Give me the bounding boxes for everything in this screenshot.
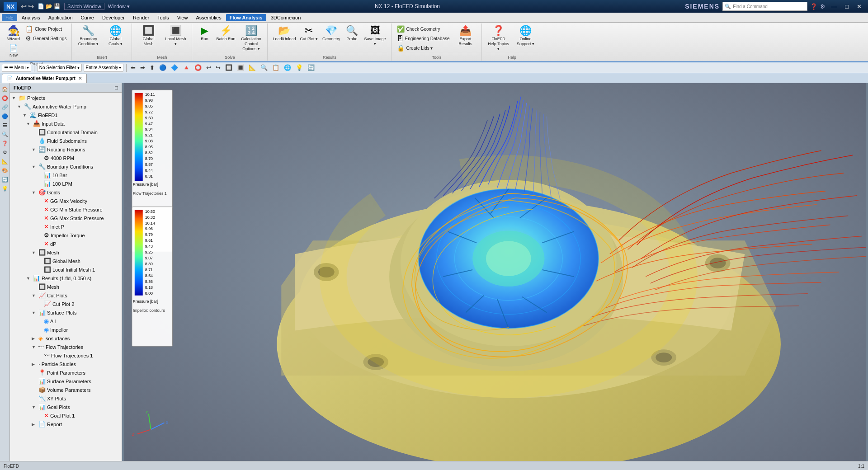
run-btn[interactable]: ▶ Run — [196, 24, 214, 43]
menu-application[interactable]: Application — [45, 14, 76, 21]
tree-isosurfaces[interactable]: ▶ ◈ Isosurfaces — [10, 334, 122, 343]
toggle-pump[interactable]: ▼ — [17, 104, 23, 109]
side-icon-bulb[interactable]: 💡 — [1, 184, 9, 193]
tb-icon-14[interactable]: 📋 — [271, 64, 281, 71]
new-btn[interactable]: 📄 New — [5, 43, 23, 59]
tree-impellor-torque[interactable]: ▶ ⚙ Impellor Torque — [10, 231, 122, 240]
probe-btn[interactable]: 🔍 Probe — [343, 24, 361, 43]
toggle-floefd[interactable]: ▼ — [23, 113, 28, 118]
tab-close-btn[interactable]: ✕ — [78, 76, 82, 81]
local-mesh-btn[interactable]: 🔳 Local Mesh ▾ — [163, 24, 189, 48]
tree-all[interactable]: ▶ ◉ All — [10, 317, 122, 325]
side-icon-ruler[interactable]: 📐 — [1, 157, 9, 165]
load-unload-btn[interactable]: 📂 Load/Unload — [271, 24, 297, 43]
tree-input-data[interactable]: ▼ 📥 Input Data — [10, 119, 122, 128]
find-command-input[interactable] — [733, 4, 805, 9]
tree-cut-plot-2[interactable]: ▶ 📈 Cut Plot 2 — [10, 300, 122, 308]
menu-view[interactable]: View — [174, 14, 192, 21]
tb-new[interactable]: 📄 — [38, 3, 44, 9]
tree-results[interactable]: ▼ 📊 Results (1.fld, 0.050 s) — [10, 274, 122, 282]
toggle-mesh[interactable]: ▼ — [32, 250, 37, 255]
toggle-projects[interactable]: ▼ — [12, 96, 17, 100]
settings-icon[interactable]: ⚙ — [820, 3, 826, 10]
tree-4000rpm[interactable]: ▶ ⚙ 4000 RPM — [10, 154, 122, 162]
menu-assemblies[interactable]: Assemblies — [192, 14, 225, 21]
boundary-condition-btn[interactable]: 🔧 Boundary Condition ▾ — [75, 24, 102, 48]
close-btn[interactable]: ✕ — [854, 2, 864, 11]
tree-rotating[interactable]: ▼ 🔄 Rotating Regions — [10, 145, 122, 154]
toggle-sp[interactable]: ▼ — [32, 310, 37, 315]
wizard-btn[interactable]: 🧙 Wizard — [5, 24, 23, 43]
menu-flow-analysis[interactable]: Flow Analysis — [226, 14, 266, 21]
tree-auto-pump[interactable]: ▼ 🔧 Automotive Water Pump — [10, 102, 122, 111]
side-icon-gear[interactable]: ⚙ — [1, 148, 9, 156]
side-icon-help[interactable]: ❓ — [1, 139, 9, 147]
side-icon-refresh[interactable]: 🔄 — [1, 175, 9, 183]
tree-gg-max-p[interactable]: ▶ ✕ GG Max Static Pressure — [10, 214, 122, 222]
floefd-help-btn[interactable]: ❓ FloEFD Help Topics ▾ — [486, 24, 512, 52]
side-icon-link[interactable]: 🔗 — [1, 103, 9, 111]
tb-icon-16[interactable]: 💡 — [294, 64, 304, 71]
toggle-input[interactable]: ▼ — [26, 122, 32, 126]
tab-automotive-water-pump[interactable]: 📄 Automotive Water Pump.prt ✕ — [2, 74, 87, 83]
tb-open[interactable]: 📂 — [46, 3, 52, 9]
side-icon-home[interactable]: 🏠 — [1, 85, 9, 93]
tree-goal-plot-1[interactable]: ▶ ✕ Goal Plot 1 — [10, 411, 122, 420]
tree-goal-plots[interactable]: ▼ 📊 Goal Plots — [10, 403, 122, 411]
side-icon-dot[interactable]: 🔵 — [1, 112, 9, 120]
menu-analysis[interactable]: Analysis — [18, 14, 44, 21]
toggle-cutplots[interactable]: ▼ — [32, 293, 37, 298]
tree-particle[interactable]: ▶ · Particle Studies — [10, 360, 122, 368]
tree-projects[interactable]: ▼ 📁 Projects — [10, 94, 122, 102]
global-goals-btn[interactable]: 🌐 Global Goals ▾ — [103, 24, 129, 48]
geometry-btn[interactable]: 💎 Geometry — [321, 24, 342, 43]
tree-floefd1[interactable]: ▼ 🌊 FloEFD1 — [10, 111, 122, 119]
selection-filter-dropdown[interactable]: No Selection Filter ▾ — [37, 64, 82, 72]
tb-icon-1[interactable]: ⬅ — [129, 64, 137, 71]
create-lids-btn[interactable]: 🔒 Create Lids ▾ — [395, 43, 452, 52]
switch-window-btn[interactable]: Switch Window — [64, 3, 104, 10]
menu-developer[interactable]: Developer — [99, 14, 128, 21]
tree-mesh-results[interactable]: ▶ 🔲 Mesh — [10, 282, 122, 291]
find-command-box[interactable]: 🔍 — [722, 2, 807, 11]
online-support-btn[interactable]: 🌐 Online Support ▾ — [513, 24, 539, 48]
maximize-btn[interactable]: □ — [842, 2, 851, 11]
side-icon-search[interactable]: 🔍 — [1, 130, 9, 138]
tb-save[interactable]: 💾 — [54, 3, 61, 9]
tree-cut-plots[interactable]: ▼ 📈 Cut Plots — [10, 291, 122, 300]
tb-icon-17[interactable]: 🔄 — [306, 64, 316, 71]
toolbar-undo[interactable]: ↩ — [21, 2, 27, 11]
toggle-goals[interactable]: ▼ — [32, 190, 37, 195]
tb-icon-15[interactable]: 🌐 — [283, 64, 292, 71]
help-icon[interactable]: ❓ — [810, 3, 817, 10]
tb-icon-11[interactable]: 🔳 — [236, 64, 245, 71]
toggle-rotating[interactable]: ▼ — [32, 147, 37, 152]
menu-file[interactable]: File — [2, 14, 17, 21]
calc-control-btn[interactable]: 🔢 Calculation Control Options ▾ — [238, 24, 264, 52]
tb-icon-10[interactable]: 🔲 — [224, 64, 234, 71]
tree-local-mesh[interactable]: ▶ 🔲 Local Initial Mesh 1 — [10, 265, 122, 274]
tb-icon-3[interactable]: ⬆ — [148, 64, 156, 71]
toggle-ft[interactable]: ▼ — [32, 345, 37, 349]
tree-report[interactable]: ▶ 📄 Report — [10, 420, 122, 428]
side-icon-menu[interactable]: ☰ — [1, 121, 9, 129]
menu-curve[interactable]: Curve — [77, 14, 98, 21]
menu-dropdown[interactable]: ☰ ☰ Menu ▾ — [2, 64, 31, 72]
save-image-btn[interactable]: 🖼 Save Image ▾ — [362, 24, 388, 48]
tree-dp[interactable]: ▶ ✕ dP — [10, 240, 122, 248]
toggle-gp[interactable]: ▼ — [32, 405, 37, 409]
tb-icon-6[interactable]: 🔺 — [181, 64, 191, 71]
tree-inlet-p[interactable]: ▶ ✕ Inlet P — [10, 222, 122, 231]
tree-point-params[interactable]: ▶ 📍 Point Parameters — [10, 368, 122, 377]
tb-icon-7[interactable]: ⭕ — [193, 64, 203, 71]
tree-flow-traj-1[interactable]: ▶ 〰 Flow Trajectories 1 — [10, 351, 122, 360]
side-icon-circle[interactable]: ⭕ — [1, 94, 9, 102]
eng-database-btn[interactable]: 🗄 Engineering Database — [395, 34, 452, 43]
tb-icon-5[interactable]: 🔷 — [170, 64, 179, 71]
tree-gg-min-p[interactable]: ▶ ✕ GG Min Static Pressure — [10, 205, 122, 214]
tree-100lpm[interactable]: ▶ 📊 100 LPM — [10, 179, 122, 188]
clone-project-btn[interactable]: 📋 Clone Project — [24, 24, 69, 33]
tree-surface-params[interactable]: ▶ 📊 Surface Parameters — [10, 377, 122, 385]
assembly-dropdown[interactable]: Entire Assembly ▾ — [84, 64, 124, 72]
toggle-results[interactable]: ▼ — [26, 276, 32, 281]
